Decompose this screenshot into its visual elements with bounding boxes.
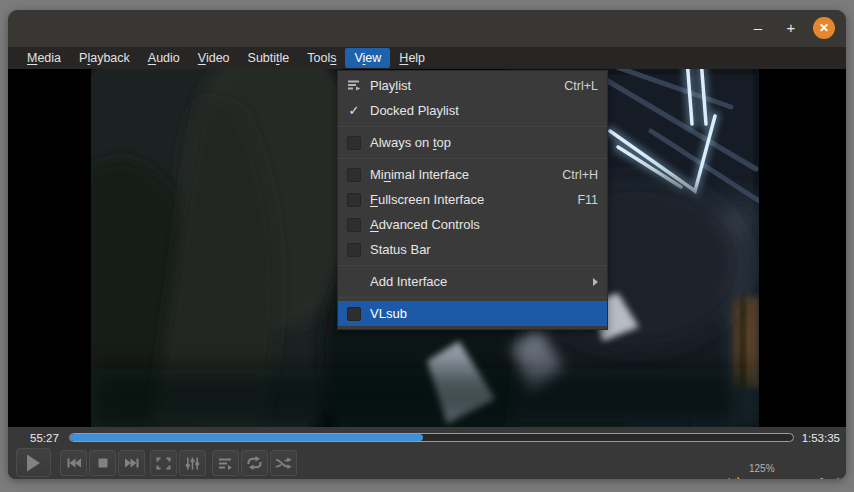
menu-bar: Media Playback Audio Video Subtitle Tool…	[8, 47, 846, 69]
menu-view[interactable]: View	[345, 48, 390, 68]
check-icon: ✓	[345, 103, 363, 119]
checkbox-icon	[347, 168, 361, 182]
menu-separator	[338, 126, 607, 127]
maximize-button[interactable]: +	[781, 18, 801, 38]
checkbox-icon	[347, 218, 361, 232]
checkbox-icon	[347, 136, 361, 150]
resize-grip-icon	[824, 476, 841, 479]
menu-item-always-on-top[interactable]: Always on top	[338, 130, 607, 155]
menu-media[interactable]: Media	[18, 48, 70, 68]
elapsed-time: 55:27	[30, 432, 59, 444]
menu-item-minimal-interface[interactable]: Minimal Interface Ctrl+H	[338, 162, 607, 187]
view-dropdown-menu: Playlist Ctrl+L ✓ Docked Playlist Always…	[337, 70, 608, 330]
control-bar: 55:27 1:53:35	[8, 427, 846, 479]
volume-level-label: 125%	[749, 463, 775, 474]
checkbox-icon	[347, 193, 361, 207]
next-icon	[124, 457, 140, 469]
previous-icon	[66, 457, 82, 469]
loop-icon	[246, 456, 263, 470]
fullscreen-button[interactable]	[150, 450, 177, 476]
shortcut-label: F11	[577, 193, 598, 207]
checkbox-icon	[347, 243, 361, 257]
menu-item-playlist[interactable]: Playlist Ctrl+L	[338, 73, 607, 98]
shortcut-label: Ctrl+H	[562, 168, 598, 182]
menu-item-advanced-controls[interactable]: Advanced Controls	[338, 212, 607, 237]
desktop: – + ✕ Media Playback Audio Video Subtitl…	[0, 0, 854, 492]
resize-grip[interactable]	[824, 476, 841, 479]
volume-mute-button[interactable]	[720, 476, 742, 479]
menu-item-fullscreen-interface[interactable]: Fullscreen Interface F11	[338, 187, 607, 212]
submenu-arrow-icon	[593, 278, 598, 286]
speaker-icon	[720, 476, 742, 479]
menu-item-docked-playlist[interactable]: ✓ Docked Playlist	[338, 98, 607, 123]
transport-buttons-row: 125%	[8, 448, 846, 479]
vlc-window: – + ✕ Media Playback Audio Video Subtitl…	[8, 10, 846, 479]
menu-item-status-bar[interactable]: Status Bar	[338, 237, 607, 262]
menu-help[interactable]: Help	[390, 48, 434, 68]
menu-separator	[338, 158, 607, 159]
extended-settings-button[interactable]	[179, 450, 206, 476]
shortcut-label: Ctrl+L	[564, 79, 598, 93]
next-button[interactable]	[118, 450, 145, 476]
menu-item-vlsub[interactable]: VLsub	[338, 301, 607, 326]
title-bar[interactable]: – + ✕	[8, 10, 846, 47]
seek-bar-fill	[70, 434, 423, 441]
menu-subtitle[interactable]: Subtitle	[239, 48, 299, 68]
stop-icon	[97, 457, 109, 469]
total-time: 1:53:35	[802, 432, 840, 444]
equalizer-icon	[185, 457, 200, 470]
random-button[interactable]	[270, 450, 297, 476]
playlist-icon	[345, 78, 363, 94]
shuffle-icon	[275, 457, 292, 470]
playlist-button[interactable]	[212, 450, 239, 476]
menu-video[interactable]: Video	[189, 48, 239, 68]
menu-tools[interactable]: Tools	[298, 48, 345, 68]
play-icon	[26, 454, 41, 472]
previous-button[interactable]	[60, 450, 87, 476]
menu-playback[interactable]: Playback	[70, 48, 139, 68]
play-button[interactable]	[16, 448, 51, 477]
close-button[interactable]: ✕	[813, 17, 835, 39]
menu-item-add-interface[interactable]: Add Interface	[338, 269, 607, 294]
playlist-icon	[218, 457, 233, 470]
minimize-button[interactable]: –	[748, 18, 768, 38]
menu-separator	[338, 297, 607, 298]
volume-slider[interactable]	[747, 478, 823, 479]
fullscreen-icon	[156, 457, 171, 470]
stop-button[interactable]	[89, 450, 116, 476]
seek-row: 55:27 1:53:35	[8, 427, 846, 448]
menu-audio[interactable]: Audio	[139, 48, 189, 68]
loop-button[interactable]	[241, 450, 268, 476]
checkbox-icon	[347, 307, 361, 321]
menu-separator	[338, 265, 607, 266]
seek-bar[interactable]	[69, 433, 794, 442]
